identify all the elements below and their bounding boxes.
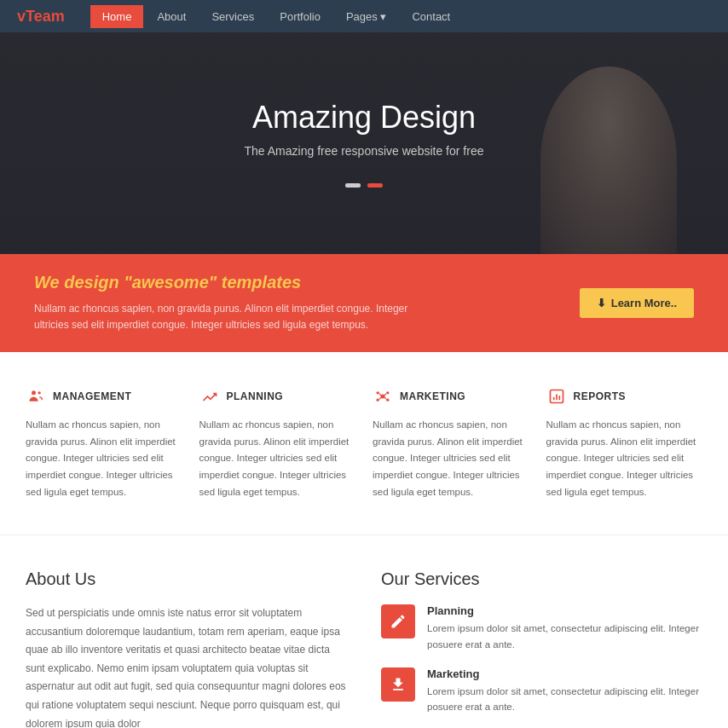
service-marketing-name: Marketing bbox=[427, 667, 702, 680]
svg-line-10 bbox=[379, 397, 382, 400]
service-planning-content: Planning Lorem ipsum dolor sit amet, con… bbox=[427, 604, 702, 652]
nav-item-portfolio[interactable]: Portfolio bbox=[268, 5, 332, 28]
cta-btn-label: Learn More.. bbox=[611, 297, 677, 309]
feature-marketing: MARKETING Nullam ac rhoncus sapien, non … bbox=[373, 386, 529, 500]
cta-learn-more-button[interactable]: ⬇ Learn More.. bbox=[580, 288, 694, 318]
service-planning: Planning Lorem ipsum dolor sit amet, con… bbox=[381, 604, 702, 652]
feature-reports-header: REPORTS bbox=[546, 386, 703, 407]
about-text: Sed ut perspiciatis unde omnis iste natu… bbox=[26, 604, 347, 728]
nav-item-home[interactable]: Home bbox=[90, 5, 144, 28]
nav-link-pages[interactable]: Pages ▾ bbox=[334, 5, 398, 28]
svg-line-7 bbox=[379, 394, 382, 396]
pencil-icon bbox=[390, 613, 407, 630]
feature-marketing-header: MARKETING bbox=[373, 386, 529, 407]
svg-point-3 bbox=[377, 392, 379, 395]
cta-band: We design "awesome" templates Nullam ac … bbox=[0, 254, 728, 352]
services-column: Our Services Planning Lorem ipsum dolor … bbox=[381, 569, 702, 728]
service-planning-name: Planning bbox=[427, 604, 702, 617]
feature-reports: REPORTS Nullam ac rhoncus sapien, non gr… bbox=[546, 386, 703, 500]
svg-point-1 bbox=[38, 392, 41, 395]
nav-link-services[interactable]: Services bbox=[199, 5, 266, 28]
nav-item-services[interactable]: Services bbox=[199, 5, 266, 28]
navbar: vTeam Home About Services Portfolio Page… bbox=[0, 0, 728, 32]
feature-reports-text: Nullam ac rhoncus sapien, non gravida pu… bbox=[546, 417, 703, 500]
nav-links: Home About Services Portfolio Pages ▾ Co… bbox=[90, 5, 463, 28]
nav-item-pages[interactable]: Pages ▾ bbox=[334, 5, 398, 28]
nav-link-contact[interactable]: Contact bbox=[400, 5, 462, 28]
feature-planning-text: Nullam ac rhoncus sapien, non gravida pu… bbox=[199, 417, 356, 500]
nav-link-about[interactable]: About bbox=[145, 5, 198, 28]
services-title: Our Services bbox=[381, 569, 702, 589]
nav-link-home[interactable]: Home bbox=[90, 5, 144, 28]
download-icon: ⬇ bbox=[597, 297, 606, 309]
feature-marketing-text: Nullam ac rhoncus sapien, non gravida pu… bbox=[373, 417, 529, 500]
feature-management: MANAGEMENT Nullam ac rhoncus sapien, non… bbox=[26, 386, 182, 500]
svg-point-0 bbox=[32, 391, 36, 396]
planning-icon bbox=[199, 386, 220, 407]
service-marketing-content: Marketing Lorem ipsum dolor sit amet, co… bbox=[427, 667, 702, 715]
hero-dot-2[interactable] bbox=[367, 183, 383, 188]
feature-planning-header: PLANNING bbox=[199, 386, 356, 407]
cta-heading-pre: We design bbox=[34, 273, 124, 292]
feature-reports-title: REPORTS bbox=[574, 390, 627, 402]
reports-icon bbox=[546, 386, 567, 407]
feature-management-header: MANAGEMENT bbox=[26, 386, 182, 407]
brand-name: Team bbox=[26, 8, 65, 25]
hero-section: Amazing Design The Amazing free responsi… bbox=[0, 32, 728, 254]
hero-title: Amazing Design bbox=[252, 100, 476, 136]
hero-subtitle: The Amazing free responsive website for … bbox=[245, 144, 484, 158]
hero-dot-1[interactable] bbox=[345, 183, 361, 188]
service-planning-desc: Lorem ipsum dolor sit amet, consectetur … bbox=[427, 621, 702, 652]
about-column: About Us Sed ut perspiciatis unde omnis … bbox=[26, 569, 347, 728]
service-planning-icon-box bbox=[381, 604, 415, 638]
marketing-icon bbox=[373, 386, 393, 407]
features-section: MANAGEMENT Nullam ac rhoncus sapien, non… bbox=[0, 352, 728, 534]
svg-point-5 bbox=[377, 399, 379, 402]
svg-point-6 bbox=[386, 399, 389, 402]
cta-text: We design "awesome" templates Nullam ac … bbox=[34, 273, 409, 333]
service-marketing: Marketing Lorem ipsum dolor sit amet, co… bbox=[381, 667, 702, 715]
cta-heading: We design "awesome" templates bbox=[34, 273, 409, 292]
feature-planning-title: PLANNING bbox=[227, 390, 284, 402]
about-services-section: About Us Sed ut perspiciatis unde omnis … bbox=[0, 534, 728, 728]
hero-bg-person bbox=[540, 66, 677, 254]
feature-management-text: Nullam ac rhoncus sapien, non gravida pu… bbox=[26, 417, 182, 500]
feature-management-title: MANAGEMENT bbox=[53, 390, 131, 402]
cta-heading-highlight: "awesome" bbox=[124, 273, 217, 292]
feature-planning: PLANNING Nullam ac rhoncus sapien, non g… bbox=[199, 386, 356, 500]
service-marketing-desc: Lorem ipsum dolor sit amet, consectetur … bbox=[427, 684, 702, 715]
svg-point-4 bbox=[386, 392, 389, 395]
brand-logo[interactable]: vTeam bbox=[17, 8, 65, 26]
nav-item-contact[interactable]: Contact bbox=[400, 5, 462, 28]
cta-body: Nullam ac rhoncus saplen, non gravida pu… bbox=[34, 301, 409, 333]
nav-item-about[interactable]: About bbox=[145, 5, 198, 28]
management-icon bbox=[26, 386, 46, 407]
feature-marketing-title: MARKETING bbox=[400, 390, 465, 402]
hero-dots bbox=[345, 183, 383, 188]
service-marketing-icon-box bbox=[381, 667, 415, 702]
about-title: About Us bbox=[26, 569, 347, 589]
cta-heading-post: templates bbox=[217, 273, 301, 292]
nav-link-portfolio[interactable]: Portfolio bbox=[268, 5, 332, 28]
svg-line-8 bbox=[384, 397, 387, 400]
download-icon bbox=[390, 676, 407, 693]
svg-line-9 bbox=[384, 394, 387, 396]
brand-v: v bbox=[17, 8, 26, 25]
